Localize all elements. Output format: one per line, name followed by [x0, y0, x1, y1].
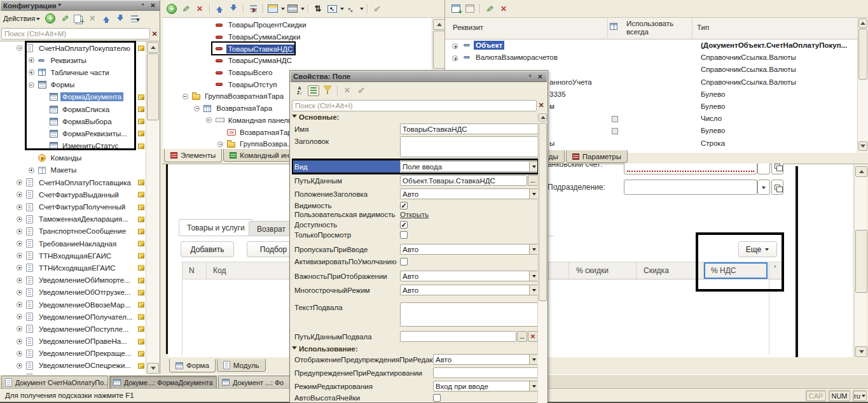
- tree-expander[interactable]: [17, 216, 26, 222]
- button-Добавить[interactable]: Добавить: [181, 241, 234, 257]
- chevron-down-icon[interactable]: [280, 4, 286, 13]
- scroll-down-icon[interactable]: [147, 363, 159, 374]
- collapse-icon[interactable]: [29, 82, 34, 88]
- clear-search-icon[interactable]: ✕: [537, 101, 546, 110]
- use-always-checkbox[interactable]: [612, 116, 618, 122]
- column-header-% скидки[interactable]: % скидки: [568, 262, 636, 279]
- combo-arrow-icon[interactable]: [529, 189, 538, 199]
- text-input[interactable]: [433, 367, 538, 378]
- expand-icon[interactable]: [17, 339, 22, 344]
- scroll-thumb[interactable]: [433, 31, 445, 69]
- add-icon[interactable]: [166, 3, 177, 14]
- tree-item[interactable]: Формы: [0, 79, 146, 91]
- multiline-input[interactable]: [400, 302, 538, 327]
- checkbox[interactable]: [400, 231, 408, 239]
- expand-icon[interactable]: [17, 351, 22, 357]
- combo-input[interactable]: Авто: [400, 285, 538, 295]
- edit-icon[interactable]: [484, 3, 495, 14]
- scroll-up-icon[interactable]: [858, 18, 867, 28]
- expand-icon[interactable]: [452, 43, 458, 50]
- field-input[interactable]: [624, 164, 757, 174]
- expand-icon[interactable]: [29, 57, 34, 63]
- expand-icon[interactable]: [17, 216, 22, 222]
- tree-item[interactable]: СчетНаОплатуПокупателю: [0, 42, 146, 54]
- tree-item[interactable]: ТребованиеНакладная: [0, 237, 146, 250]
- tree-expander[interactable]: [17, 314, 26, 320]
- scroll-thumb[interactable]: [858, 29, 867, 80]
- page-tab-Товары и услуги[interactable]: Товары и услуги: [179, 219, 253, 236]
- tree-expander[interactable]: [17, 204, 26, 210]
- screen-icon[interactable]: [326, 3, 338, 14]
- collapse-icon[interactable]: [17, 45, 22, 51]
- collapse-icon[interactable]: [194, 106, 200, 111]
- listplay-icon[interactable]: [247, 3, 259, 14]
- expand-icon[interactable]: [17, 326, 22, 332]
- expand-icon[interactable]: [17, 302, 22, 308]
- tree-item[interactable]: УведомлениеОбОтгрузке...: [0, 286, 146, 299]
- scroll-up-icon[interactable]: [433, 19, 445, 30]
- tree-expander[interactable]: [17, 253, 26, 258]
- tree-expander[interactable]: [17, 363, 26, 369]
- expand-icon[interactable]: [17, 253, 22, 258]
- expand-icon[interactable]: [17, 265, 22, 271]
- tree-item[interactable]: ТТНИсходящаяЕГАИС: [0, 262, 146, 274]
- checkbox[interactable]: [433, 394, 441, 402]
- tree-item[interactable]: Макеты: [0, 164, 146, 176]
- tree-item[interactable]: СчетФактураВыданный: [0, 188, 146, 201]
- actions-menu-button[interactable]: Действия: [3, 14, 41, 24]
- monitor-icon[interactable]: [267, 3, 279, 14]
- form-scrollbar[interactable]: [854, 164, 867, 358]
- combo-arrow-icon[interactable]: [529, 355, 538, 364]
- tree-item[interactable]: ТТНВходящаяЕГАИС: [0, 250, 146, 262]
- tree-expander[interactable]: [17, 192, 26, 197]
- az-icon[interactable]: [294, 85, 305, 96]
- scroll-thumb[interactable]: [855, 230, 867, 293]
- mdi-tab-1[interactable]: Документ СчетНаОплатуПо...: [1, 376, 108, 388]
- delred-icon[interactable]: [498, 3, 509, 14]
- tree-item[interactable]: УведомлениеОВвозеМар...: [0, 299, 146, 311]
- checkbox[interactable]: ✓: [400, 221, 408, 229]
- tree-item[interactable]: УведомлениеОПоступле...: [0, 323, 146, 335]
- collapse-icon[interactable]: [183, 94, 188, 99]
- combo-input[interactable]: Авто: [400, 244, 538, 255]
- scroll-up-icon[interactable]: [147, 42, 159, 53]
- more-button[interactable]: Еще: [738, 241, 777, 257]
- expand-icon[interactable]: [17, 204, 22, 210]
- combo-arrow-icon[interactable]: [529, 244, 538, 254]
- copy-icon[interactable]: [72, 13, 84, 24]
- field-dropdown-button[interactable]: [757, 180, 770, 195]
- expand-icon[interactable]: [17, 290, 22, 295]
- search-input[interactable]: Поиск (Ctrl+Alt+M): [1, 28, 150, 39]
- column-header-name[interactable]: Реквизит: [453, 24, 483, 31]
- funnel-icon[interactable]: [322, 85, 333, 96]
- checkgray-icon[interactable]: [355, 85, 367, 96]
- text-input[interactable]: [400, 331, 516, 342]
- combo-arrow-icon[interactable]: [529, 271, 538, 281]
- combo-input[interactable]: Авто: [400, 188, 538, 199]
- tab-Элементы[interactable]: Элементы: [164, 149, 222, 162]
- tree-item[interactable]: ТоварыСтавкаНДС: [163, 43, 432, 55]
- tree-item[interactable]: УведомлениеОПравеНа...: [0, 336, 146, 348]
- delgray-icon[interactable]: [341, 85, 353, 96]
- expand-icon[interactable]: [17, 363, 22, 369]
- add-icon[interactable]: [45, 13, 56, 24]
- sort-icon[interactable]: [128, 13, 140, 24]
- expand-icon[interactable]: [29, 69, 34, 75]
- combo-input[interactable]: Вход при вводе: [433, 381, 538, 392]
- collapse-icon[interactable]: [217, 141, 223, 147]
- tree-item[interactable]: Табличные части: [0, 66, 146, 78]
- tree-item[interactable]: ТоварыСуммаНДС: [163, 55, 432, 67]
- up-icon[interactable]: [214, 3, 225, 14]
- tree-expander[interactable]: [29, 69, 38, 75]
- scroll-thumb[interactable]: [147, 53, 159, 120]
- ellipsis-button[interactable]: ...: [517, 331, 527, 342]
- delgray-icon[interactable]: [86, 13, 98, 24]
- tree-item[interactable]: ТоварыСуммаСкидки: [163, 31, 432, 43]
- tree-item[interactable]: ФормаРеквизиты...: [0, 127, 146, 139]
- chevron-down-icon[interactable]: [339, 4, 345, 13]
- close-icon[interactable]: ✕: [149, 2, 157, 10]
- attribute-name[interactable]: Объект: [474, 41, 504, 50]
- tree-expander[interactable]: [29, 57, 38, 63]
- up-icon[interactable]: [100, 13, 112, 24]
- tree-expander[interactable]: [17, 265, 26, 271]
